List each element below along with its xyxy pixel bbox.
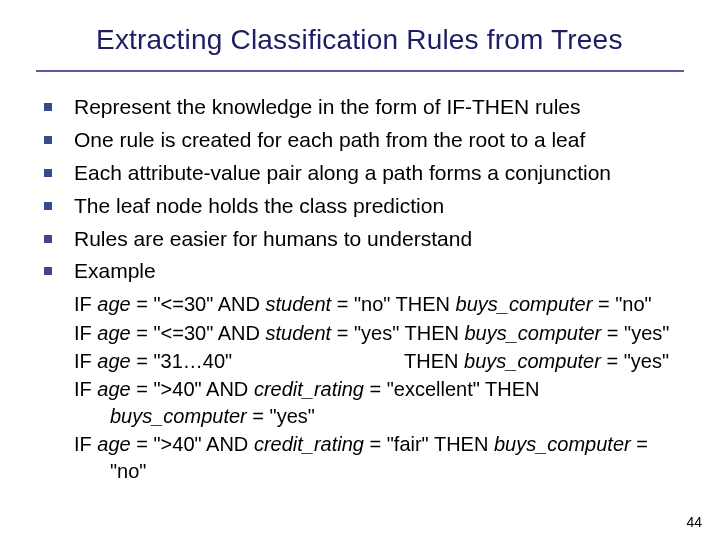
var-buys: buys_computer <box>110 405 247 427</box>
text: = "<=30" AND <box>131 293 266 315</box>
var-credit: credit_rating <box>254 433 364 455</box>
text: = <box>631 433 648 455</box>
bullet-list: Represent the knowledge in the form of I… <box>36 94 684 285</box>
list-item: Each attribute-value pair along a path f… <box>44 160 684 187</box>
bullet-square-icon <box>44 267 52 275</box>
kw-if: IF <box>74 378 97 400</box>
bullet-text: One rule is created for each path from t… <box>74 127 585 154</box>
bullet-text: Rules are easier for humans to understan… <box>74 226 472 253</box>
text: = "yes" <box>601 350 669 372</box>
bullet-square-icon <box>44 202 52 210</box>
text: = "31…40" <box>131 350 232 372</box>
list-item: Rules are easier for humans to understan… <box>44 226 684 253</box>
slide-title: Extracting Classification Rules from Tre… <box>36 16 684 66</box>
var-age: age <box>97 350 130 372</box>
var-student: student <box>266 293 332 315</box>
text: = ">40" AND <box>131 378 254 400</box>
bullet-square-icon <box>44 103 52 111</box>
kw-if: IF <box>74 350 97 372</box>
text: = "excellent" THEN <box>364 378 540 400</box>
rule-line: IF age = "31…40" THEN buys_computer = "y… <box>74 348 684 374</box>
text: = "<=30" AND <box>131 322 266 344</box>
example-block: IF age = "<=30" AND student = "no" THEN … <box>36 291 684 484</box>
var-age: age <box>97 378 130 400</box>
text: = "no" THEN <box>331 293 455 315</box>
bullet-square-icon <box>44 169 52 177</box>
list-item: The leaf node holds the class prediction <box>44 193 684 220</box>
var-buys: buys_computer <box>494 433 631 455</box>
rule-line: IF age = "<=30" AND student = "no" THEN … <box>74 291 684 317</box>
bullet-text: Represent the knowledge in the form of I… <box>74 94 581 121</box>
bullet-square-icon <box>44 136 52 144</box>
rule-line: IF age = ">40" AND credit_rating = "exce… <box>74 376 684 429</box>
bullet-text: The leaf node holds the class prediction <box>74 193 444 220</box>
bullet-square-icon <box>44 235 52 243</box>
list-item: Represent the knowledge in the form of I… <box>44 94 684 121</box>
var-credit: credit_rating <box>254 378 364 400</box>
list-item: One rule is created for each path from t… <box>44 127 684 154</box>
rule-line: IF age = "<=30" AND student = "yes" THEN… <box>74 320 684 346</box>
text: = "yes" <box>247 405 315 427</box>
text: = "fair" THEN <box>364 433 494 455</box>
slide: Extracting Classification Rules from Tre… <box>0 0 720 540</box>
rule-continuation: buys_computer = "yes" <box>74 403 684 429</box>
var-age: age <box>97 433 130 455</box>
kw-if: IF <box>74 293 97 315</box>
var-student: student <box>266 322 332 344</box>
var-buys: buys_computer <box>464 322 601 344</box>
list-item: Example <box>44 258 684 285</box>
text: = "yes" <box>601 322 669 344</box>
bullet-text: Example <box>74 258 156 285</box>
divider <box>36 70 684 72</box>
page-number: 44 <box>686 514 702 530</box>
rule-continuation: "no" <box>74 458 684 484</box>
text: THEN <box>232 350 464 372</box>
text: = ">40" AND <box>131 433 254 455</box>
kw-if: IF <box>74 322 97 344</box>
rule-line: IF age = ">40" AND credit_rating = "fair… <box>74 431 684 484</box>
var-buys: buys_computer <box>464 350 601 372</box>
var-age: age <box>97 322 130 344</box>
text: = "no" <box>592 293 651 315</box>
bullet-text: Each attribute-value pair along a path f… <box>74 160 611 187</box>
kw-if: IF <box>74 433 97 455</box>
var-buys: buys_computer <box>456 293 593 315</box>
text: = "yes" THEN <box>331 322 464 344</box>
var-age: age <box>97 293 130 315</box>
